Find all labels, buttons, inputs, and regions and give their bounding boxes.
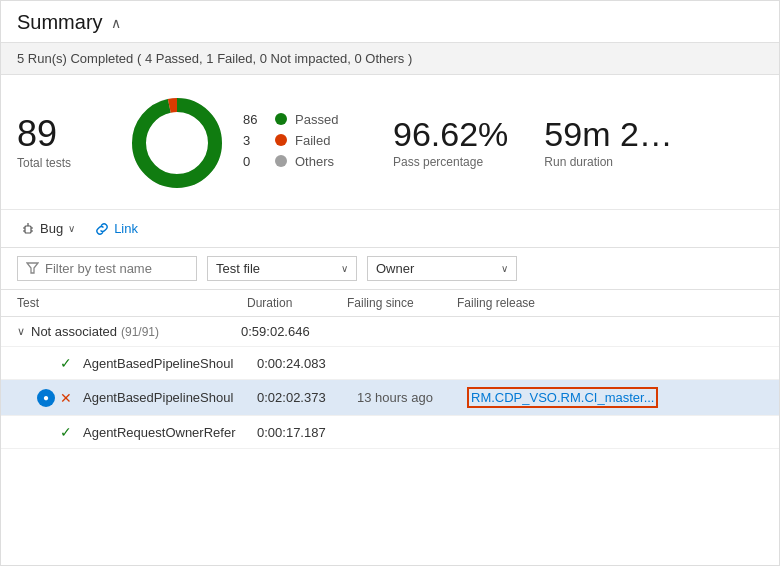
release-link[interactable]: RM.CDP_VSO.RM.CI_master... xyxy=(471,390,654,405)
legend-failed: 3 Failed xyxy=(243,133,363,148)
passed-label: Passed xyxy=(295,112,338,127)
svg-rect-3 xyxy=(25,226,31,233)
failing-release-link[interactable]: RM.CDP_VSO.RM.CI_master... xyxy=(467,387,658,408)
total-tests-count: 89 xyxy=(17,116,117,152)
owner-select[interactable]: Owner ∨ xyxy=(367,256,517,281)
filter-row: Test file ∨ Owner ∨ xyxy=(1,248,779,290)
group-name: Not associated xyxy=(31,324,117,339)
run-duration-section: 59m 2… Run duration xyxy=(544,117,673,169)
row-duration: 0:00:24.083 xyxy=(257,356,357,371)
link-icon xyxy=(95,222,109,236)
col-header-test: Test xyxy=(17,296,247,310)
col-header-failing-since: Failing since xyxy=(347,296,457,310)
total-tests-label: Total tests xyxy=(17,156,117,170)
total-tests-section: 89 Total tests xyxy=(17,116,117,170)
chart-legend: 86 Passed 3 Failed 0 Others xyxy=(243,112,363,175)
header: Summary ∧ xyxy=(1,1,779,43)
group-count: (91/91) xyxy=(121,325,159,339)
passed-dot xyxy=(275,113,287,125)
bug-dropdown-icon[interactable]: ∨ xyxy=(68,223,75,234)
filter-icon xyxy=(26,262,39,275)
link-label: Link xyxy=(114,221,138,236)
others-label: Others xyxy=(295,154,334,169)
action-bar: Bug ∨ Link xyxy=(1,210,779,248)
others-dot xyxy=(275,155,287,167)
test-file-label: Test file xyxy=(216,261,260,276)
link-button[interactable]: Link xyxy=(91,218,142,239)
legend-others: 0 Others xyxy=(243,154,363,169)
svg-marker-9 xyxy=(27,263,38,273)
row-test-name-3: AgentRequestOwnerRefer xyxy=(83,425,257,440)
failed-label: Failed xyxy=(295,133,330,148)
bug-label: Bug xyxy=(40,221,63,236)
group-duration: 0:59:02.646 xyxy=(241,324,341,339)
main-container: Summary ∧ 5 Run(s) Completed ( 4 Passed,… xyxy=(0,0,780,566)
page-title: Summary xyxy=(17,11,103,34)
run-duration-value: 59m 2… xyxy=(544,117,673,151)
filter-input-container[interactable] xyxy=(17,256,197,281)
col-header-failing-release: Failing release xyxy=(457,296,763,310)
table-header: Test Duration Failing since Failing rele… xyxy=(1,290,779,317)
pass-percentage-value: 96.62% xyxy=(393,117,508,151)
row-test-name-2: AgentBasedPipelineShoul xyxy=(83,390,257,405)
donut-chart xyxy=(127,93,227,193)
pass-percentage-section: 96.62% Pass percentage xyxy=(393,117,508,169)
pass-icon-3: ✓ xyxy=(57,423,75,441)
row-failing-release-2: RM.CDP_VSO.RM.CI_master... xyxy=(467,387,763,408)
passed-count: 86 xyxy=(243,112,267,127)
group-row[interactable]: ∨ Not associated (91/91) 0:59:02.646 xyxy=(1,317,779,347)
row-test-name: AgentBasedPipelineShoul xyxy=(83,356,257,371)
bug-icon xyxy=(21,222,35,236)
summary-bar: 5 Run(s) Completed ( 4 Passed, 1 Failed,… xyxy=(1,43,779,75)
svg-point-1 xyxy=(139,105,215,181)
row-duration-3: 0:00:17.187 xyxy=(257,425,357,440)
pass-icon: ✓ xyxy=(57,354,75,372)
failed-dot xyxy=(275,134,287,146)
table-body: ∨ Not associated (91/91) 0:59:02.646 ✓ A… xyxy=(1,317,779,449)
table-row[interactable]: ✓ AgentBasedPipelineShoul 0:00:24.083 xyxy=(1,347,779,380)
selected-indicator: ● xyxy=(37,389,55,407)
search-input[interactable] xyxy=(45,261,175,276)
row-left-indicator-2: ● xyxy=(37,389,57,407)
others-count: 0 xyxy=(243,154,267,169)
col-header-duration: Duration xyxy=(247,296,347,310)
pass-percentage-label: Pass percentage xyxy=(393,155,508,169)
run-duration-label: Run duration xyxy=(544,155,673,169)
failed-count: 3 xyxy=(243,133,267,148)
table-row-3[interactable]: ✓ AgentRequestOwnerRefer 0:00:17.187 xyxy=(1,416,779,449)
collapse-chevron-icon[interactable]: ∧ xyxy=(111,15,121,31)
row-duration-2: 0:02:02.373 xyxy=(257,390,357,405)
group-expand-icon[interactable]: ∨ xyxy=(17,325,25,338)
test-file-chevron-icon: ∨ xyxy=(341,263,348,274)
metrics-row: 89 Total tests 86 Passed xyxy=(1,75,779,210)
summary-bar-text: 5 Run(s) Completed ( 4 Passed, 1 Failed,… xyxy=(17,51,412,66)
bug-button[interactable]: Bug ∨ xyxy=(17,218,79,239)
row-failing-since-2: 13 hours ago xyxy=(357,390,467,405)
legend-passed: 86 Passed xyxy=(243,112,363,127)
test-file-select[interactable]: Test file ∨ xyxy=(207,256,357,281)
table-row-highlighted[interactable]: ● ✕ AgentBasedPipelineShoul 0:02:02.373 … xyxy=(1,380,779,416)
owner-chevron-icon: ∨ xyxy=(501,263,508,274)
fail-icon: ✕ xyxy=(57,389,75,407)
owner-label: Owner xyxy=(376,261,414,276)
